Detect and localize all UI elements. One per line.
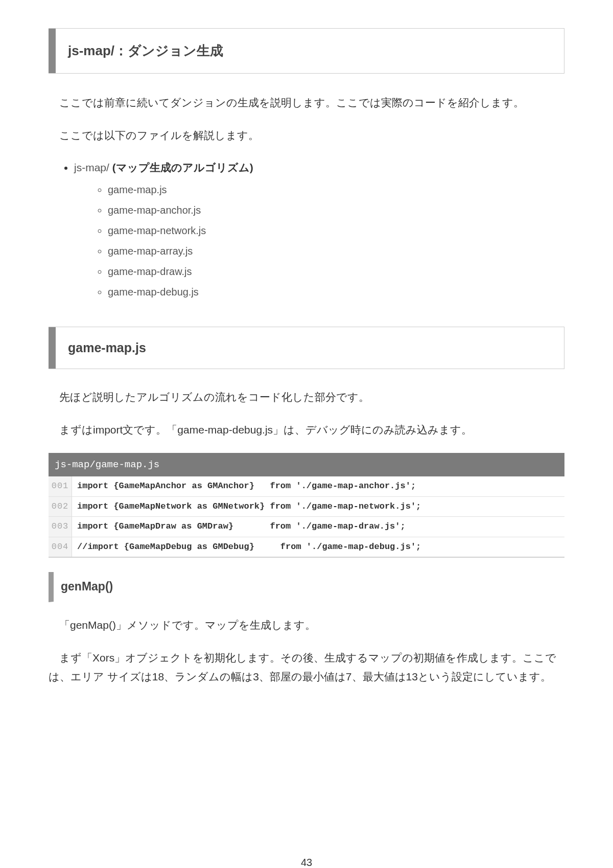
code-text: import {GameMapNetwork as GMNetwork} fro… xyxy=(72,497,426,517)
code-text: import {GameMapAnchor as GMAnchor} from … xyxy=(72,476,421,496)
section-heading-2: game-map.js xyxy=(49,327,564,369)
section3-paragraph-1: 「genMap()」メソッドです。マップを生成します。 xyxy=(49,615,564,635)
list-item: game-map-debug.js xyxy=(108,283,564,301)
heading-2-text: game-map.js xyxy=(56,327,158,369)
line-number: 001 xyxy=(49,476,72,496)
code-block: js-map/game-map.js 001 import {GameMapAn… xyxy=(49,453,564,558)
list-item: game-map-array.js xyxy=(108,242,564,260)
list-item-folder: js-map/ (マップ生成のアルゴリズム) game-map.js game-… xyxy=(74,158,564,301)
heading-1-text: js-map/：ダンジョン生成 xyxy=(56,29,235,73)
list-item: game-map-network.js xyxy=(108,221,564,240)
code-filename-header: js-map/game-map.js xyxy=(49,453,564,476)
line-number: 004 xyxy=(49,537,72,557)
section-heading-1: js-map/：ダンジョン生成 xyxy=(49,28,564,74)
code-line: 001 import {GameMapAnchor as GMAnchor} f… xyxy=(49,476,564,497)
section3-paragraph-2: まず「Xors」オブジェクトを初期化します。その後、生成するマップの初期値を作成… xyxy=(49,648,564,687)
code-line: 004 //import {GameMapDebug as GMDebug} f… xyxy=(49,537,564,558)
code-line: 002 import {GameMapNetwork as GMNetwork}… xyxy=(49,497,564,517)
file-sublist: game-map.js game-map-anchor.js game-map-… xyxy=(74,180,564,301)
line-number: 003 xyxy=(49,517,72,537)
code-text: import {GameMapDraw as GMDraw} from './g… xyxy=(72,517,411,537)
section-heading-3: genMap() xyxy=(49,572,564,602)
intro-paragraph-1: ここでは前章に続いてダンジョンの生成を説明します。ここでは実際のコードを紹介しま… xyxy=(49,93,564,112)
file-outline-list: js-map/ (マップ生成のアルゴリズム) game-map.js game-… xyxy=(49,158,564,301)
folder-desc: (マップ生成のアルゴリズム) xyxy=(112,162,253,173)
code-text: //import {GameMapDebug as GMDebug} from … xyxy=(72,537,426,557)
heading-3-text: genMap() xyxy=(61,580,113,593)
page-number: 43 xyxy=(301,853,312,868)
code-line: 003 import {GameMapDraw as GMDraw} from … xyxy=(49,517,564,537)
list-item: game-map.js xyxy=(108,180,564,199)
section2-paragraph-2: まずはimport文です。「game-map-debug.js」は、デバッグ時に… xyxy=(49,420,564,440)
list-item: game-map-draw.js xyxy=(108,262,564,281)
list-item: game-map-anchor.js xyxy=(108,201,564,219)
line-number: 002 xyxy=(49,497,72,517)
intro-paragraph-2: ここでは以下のファイルを解説します。 xyxy=(49,126,564,145)
section2-paragraph-1: 先ほど説明したアルゴリズムの流れをコード化した部分です。 xyxy=(49,387,564,407)
heading-bar xyxy=(49,327,56,369)
folder-name: js-map/ xyxy=(74,162,112,173)
heading-bar xyxy=(49,29,56,73)
